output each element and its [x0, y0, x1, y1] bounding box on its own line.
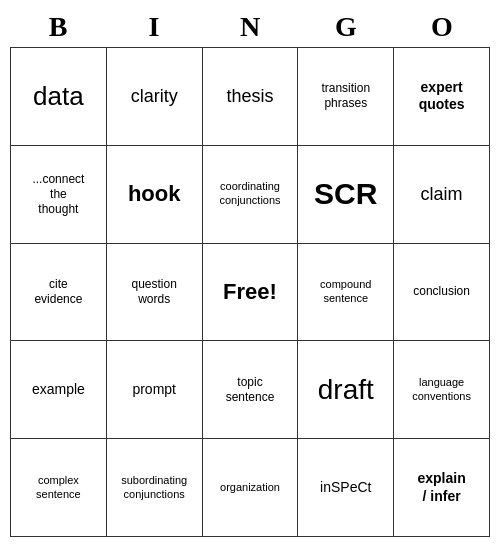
header-letter: N: [202, 11, 298, 43]
cell-text: claim: [421, 183, 463, 206]
bingo-cell: clarity: [107, 48, 203, 146]
cell-text: explain / infer: [417, 470, 465, 505]
bingo-cell: expert quotes: [394, 48, 490, 146]
cell-text: conclusion: [413, 284, 470, 299]
bingo-cell: inSPeCt: [298, 439, 394, 537]
cell-text: expert quotes: [419, 79, 465, 114]
cell-text: clarity: [131, 85, 178, 108]
bingo-cell: hook: [107, 146, 203, 244]
bingo-cell: conclusion: [394, 244, 490, 342]
bingo-grid: dataclaritythesistransition phrasesexper…: [10, 47, 490, 537]
bingo-cell: cite evidence: [11, 244, 107, 342]
bingo-cell: question words: [107, 244, 203, 342]
bingo-cell: ...connect the thought: [11, 146, 107, 244]
cell-text: cite evidence: [34, 277, 82, 307]
cell-text: hook: [128, 180, 181, 208]
bingo-cell: compound sentence: [298, 244, 394, 342]
bingo-cell: data: [11, 48, 107, 146]
header-letter: B: [10, 11, 106, 43]
cell-text: inSPeCt: [320, 479, 371, 497]
bingo-cell: explain / infer: [394, 439, 490, 537]
cell-text: complex sentence: [36, 474, 81, 502]
cell-text: organization: [220, 481, 280, 495]
bingo-cell: language conventions: [394, 341, 490, 439]
header-letter: G: [298, 11, 394, 43]
cell-text: language conventions: [412, 376, 471, 404]
bingo-cell: subordinating conjunctions: [107, 439, 203, 537]
bingo-cell: SCR: [298, 146, 394, 244]
cell-text: thesis: [226, 85, 273, 108]
header-letter: O: [394, 11, 490, 43]
cell-text: topic sentence: [226, 375, 275, 405]
cell-text: draft: [318, 372, 374, 407]
cell-text: SCR: [314, 175, 377, 213]
cell-text: compound sentence: [320, 278, 371, 306]
bingo-cell: topic sentence: [203, 341, 299, 439]
bingo-cell: transition phrases: [298, 48, 394, 146]
cell-text: prompt: [132, 381, 176, 399]
cell-text: data: [33, 80, 84, 113]
cell-text: subordinating conjunctions: [121, 474, 187, 502]
bingo-cell: Free!: [203, 244, 299, 342]
cell-text: transition phrases: [321, 81, 370, 111]
cell-text: coordinating conjunctions: [219, 180, 280, 208]
bingo-cell: prompt: [107, 341, 203, 439]
bingo-cell: example: [11, 341, 107, 439]
bingo-cell: organization: [203, 439, 299, 537]
cell-text: example: [32, 381, 85, 399]
bingo-cell: claim: [394, 146, 490, 244]
cell-text: ...connect the thought: [32, 172, 84, 217]
cell-text: Free!: [223, 278, 277, 306]
bingo-cell: thesis: [203, 48, 299, 146]
bingo-cell: coordinating conjunctions: [203, 146, 299, 244]
bingo-header: BINGO: [10, 7, 490, 47]
bingo-cell: draft: [298, 341, 394, 439]
header-letter: I: [106, 11, 202, 43]
cell-text: question words: [132, 277, 177, 307]
bingo-card: BINGO dataclaritythesistransition phrase…: [10, 7, 490, 537]
bingo-cell: complex sentence: [11, 439, 107, 537]
